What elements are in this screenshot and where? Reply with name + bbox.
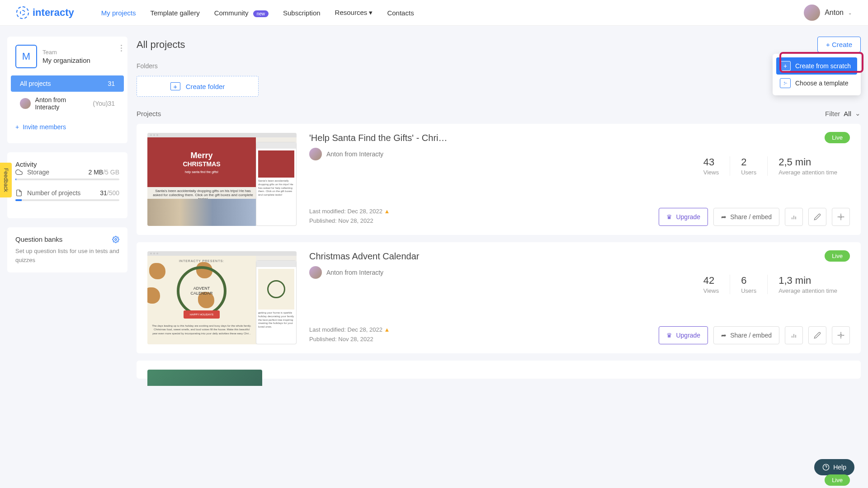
page-title: All projects bbox=[137, 39, 185, 51]
live-badge: Live bbox=[825, 250, 850, 262]
chevron-down-icon: ⌄ bbox=[848, 10, 852, 15]
analytics-button[interactable] bbox=[785, 208, 803, 226]
logo-icon bbox=[16, 6, 29, 19]
settings-button[interactable] bbox=[832, 208, 850, 226]
nav-community[interactable]: Community new bbox=[214, 9, 269, 17]
activity-title: Activity bbox=[15, 160, 37, 168]
member-avatar bbox=[20, 98, 31, 109]
share-icon: ➦ bbox=[721, 213, 726, 221]
warning-icon: ▲ bbox=[384, 208, 390, 215]
chart-icon bbox=[790, 332, 797, 339]
dd-create-from-scratch[interactable]: + Create from scratch bbox=[776, 57, 857, 75]
team-name: My organization bbox=[42, 56, 90, 64]
author-avatar bbox=[309, 266, 322, 279]
projects-label: Projects bbox=[137, 110, 161, 117]
project-thumbnail[interactable] bbox=[147, 370, 262, 386]
new-badge: new bbox=[253, 10, 269, 17]
nav-resources[interactable]: Resources ▾ bbox=[335, 9, 373, 17]
crown-icon: ♛ bbox=[666, 332, 672, 339]
project-title: 'Help Santa Find the Gifts' - Chri… bbox=[309, 133, 850, 143]
caret-down-icon: ▾ bbox=[369, 9, 373, 16]
nav-contacts[interactable]: Contacts bbox=[387, 9, 414, 17]
create-folder-button[interactable]: + Create folder bbox=[137, 76, 259, 97]
analytics-button[interactable] bbox=[785, 326, 803, 344]
share-button[interactable]: ➦Share / embed bbox=[713, 326, 779, 344]
team-label: Team bbox=[42, 49, 90, 56]
plus-icon: + bbox=[15, 123, 19, 131]
folders-label: Folders bbox=[137, 62, 861, 70]
sidebar-item-member[interactable]: Anton from Interacty (You) 31 bbox=[15, 92, 119, 115]
storage-row: Storage 2 MB/5 GB bbox=[15, 169, 119, 176]
live-badge: Live bbox=[825, 132, 850, 143]
edit-button[interactable] bbox=[808, 326, 826, 344]
project-card bbox=[137, 361, 861, 379]
chart-icon bbox=[790, 213, 797, 221]
sidebar-item-all-projects[interactable]: All projects 31 bbox=[11, 75, 124, 92]
feedback-tab[interactable]: Feedback bbox=[0, 163, 12, 197]
projects-bar bbox=[15, 199, 119, 201]
project-thumbnail[interactable]: MerryCHRISTMAShelp santa find the gifts!… bbox=[147, 133, 297, 226]
pencil-icon bbox=[814, 213, 821, 221]
sidebar: M Team My organization All projects 31 A… bbox=[7, 37, 127, 477]
main-content: All projects + Create + Create from scra… bbox=[137, 37, 861, 477]
invite-members[interactable]: + Invite members bbox=[15, 119, 119, 135]
share-icon: ➦ bbox=[721, 332, 726, 339]
main-nav: My projects Template gallery Community n… bbox=[101, 9, 414, 17]
filter-dropdown[interactable]: Filter All ⌄ bbox=[825, 109, 861, 117]
brand-name: interacty bbox=[33, 7, 74, 19]
create-button[interactable]: + Create bbox=[817, 37, 861, 52]
team-badge: M bbox=[15, 45, 37, 68]
activity-card: Activity Storage 2 MB/5 GB Number of pro… bbox=[7, 152, 127, 218]
project-thumbnail[interactable]: INTERACTY PRESENTS: ADVENTCALENDARHAPPY … bbox=[147, 251, 297, 344]
chevron-down-icon: ⌄ bbox=[855, 109, 861, 117]
svg-point-9 bbox=[840, 334, 842, 336]
gear-icon bbox=[837, 213, 844, 221]
nav-my-projects[interactable]: My projects bbox=[101, 9, 136, 17]
folder-plus-icon: + bbox=[170, 82, 180, 90]
help-button[interactable]: Help bbox=[814, 459, 854, 475]
warning-icon: ▲ bbox=[384, 326, 390, 333]
project-title: Christmas Advent Calendar bbox=[309, 251, 850, 262]
share-button[interactable]: ➦Share / embed bbox=[713, 208, 779, 226]
plus-box-icon: + bbox=[780, 61, 791, 71]
storage-bar bbox=[15, 178, 119, 180]
cloud-icon bbox=[15, 169, 23, 176]
project-card: INTERACTY PRESENTS: ADVENTCALENDARHAPPY … bbox=[137, 242, 861, 353]
brand-logo[interactable]: interacty bbox=[16, 6, 74, 19]
upgrade-button[interactable]: ♛Upgrade bbox=[659, 208, 708, 226]
svg-point-0 bbox=[115, 239, 117, 240]
help-icon bbox=[822, 464, 830, 471]
create-dropdown: + Create from scratch Choose a template bbox=[773, 54, 861, 95]
gear-icon bbox=[837, 332, 844, 339]
project-card: MerryCHRISTMAShelp santa find the gifts!… bbox=[137, 124, 861, 235]
crown-icon: ♛ bbox=[666, 213, 672, 221]
more-icon[interactable] bbox=[121, 45, 122, 52]
user-menu[interactable]: Anton ⌄ bbox=[804, 5, 852, 21]
top-header: interacty My projects Template gallery C… bbox=[0, 0, 868, 26]
nav-template-gallery[interactable]: Template gallery bbox=[150, 9, 199, 17]
image-box-icon bbox=[780, 78, 791, 88]
projects-count-row: Number of projects 31/500 bbox=[15, 189, 119, 197]
project-stats: 43Views 2Users 2,5 minAverage attention … bbox=[693, 156, 848, 176]
nav-subscription[interactable]: Subscription bbox=[283, 9, 321, 17]
dd-choose-template[interactable]: Choose a template bbox=[776, 75, 857, 92]
author-avatar bbox=[309, 148, 322, 160]
upgrade-button[interactable]: ♛Upgrade bbox=[659, 326, 708, 344]
user-name: Anton bbox=[825, 9, 844, 17]
file-icon bbox=[15, 189, 23, 197]
edit-button[interactable] bbox=[808, 208, 826, 226]
gear-icon[interactable] bbox=[112, 236, 119, 243]
live-badge: Live bbox=[825, 474, 850, 486]
team-card: M Team My organization All projects 31 A… bbox=[7, 37, 127, 143]
qbank-title: Question banks bbox=[15, 235, 62, 243]
settings-button[interactable] bbox=[832, 326, 850, 344]
svg-point-5 bbox=[840, 216, 842, 218]
question-banks-card[interactable]: Question banks Set up question lists for… bbox=[7, 227, 127, 272]
svg-point-1 bbox=[784, 82, 785, 83]
project-stats: 42Views 6Users 1,3 minAverage attention … bbox=[693, 275, 848, 294]
user-avatar bbox=[804, 5, 820, 21]
qbank-desc: Set up question lists for use in tests a… bbox=[15, 247, 119, 264]
pencil-icon bbox=[814, 332, 821, 339]
